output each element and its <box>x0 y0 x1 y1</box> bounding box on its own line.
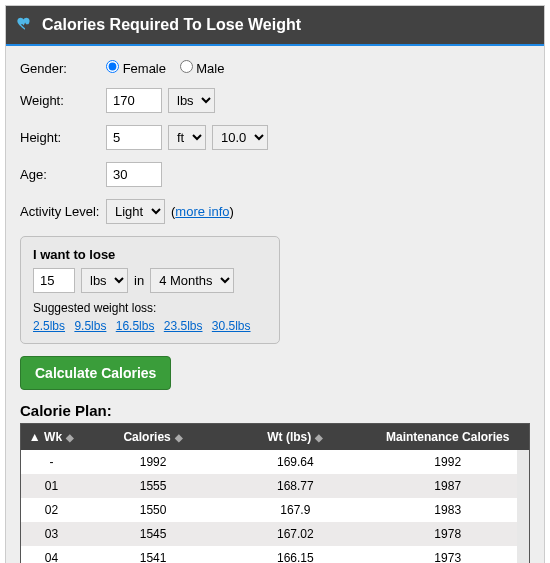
table-cell: 1992 <box>82 450 224 474</box>
activity-label: Activity Level: <box>20 204 100 219</box>
scroll-thumb[interactable] <box>517 462 529 522</box>
table-cell: 1545 <box>82 522 224 546</box>
scroll-up-arrow[interactable]: ▲ <box>517 450 529 462</box>
suggested-link[interactable]: 16.5lbs <box>116 319 155 333</box>
table-cell: - <box>21 450 82 474</box>
goal-box: I want to lose lbs in 4 Months Suggested… <box>20 236 280 344</box>
table-cell: 167.02 <box>224 522 366 546</box>
gender-male-radio[interactable] <box>180 60 193 73</box>
age-input[interactable] <box>106 162 162 187</box>
table-row: 021550167.91983 <box>21 498 529 522</box>
table-row: 011555168.771987 <box>21 474 529 498</box>
plan-table: ▲ Wk◆ Calories◆ Wt (lbs)◆ Maintenance Ca… <box>20 423 530 563</box>
gender-male-option[interactable]: Male <box>180 61 225 76</box>
row-weight: Weight: lbs <box>20 88 530 113</box>
col-maint[interactable]: Maintenance Calories <box>366 424 529 450</box>
table-header-row: ▲ Wk◆ Calories◆ Wt (lbs)◆ Maintenance Ca… <box>21 424 529 450</box>
row-height: Height: ft 10.0 <box>20 125 530 150</box>
suggested-links: 2.5lbs 9.5lbs 16.5lbs 23.5lbs 30.5lbs <box>33 319 267 333</box>
table-cell: 1978 <box>366 522 529 546</box>
goal-heading: I want to lose <box>33 247 267 262</box>
table-cell: 1550 <box>82 498 224 522</box>
title-text: Calories Required To Lose Weight <box>42 16 301 34</box>
table-cell: 02 <box>21 498 82 522</box>
age-label: Age: <box>20 167 100 182</box>
table-cell: 03 <box>21 522 82 546</box>
goal-unit-select[interactable]: lbs <box>81 268 128 293</box>
table-cell: 1973 <box>366 546 529 563</box>
table-cell: 01 <box>21 474 82 498</box>
title-bar: Calories Required To Lose Weight <box>6 6 544 44</box>
table-cell: 1987 <box>366 474 529 498</box>
row-age: Age: <box>20 162 530 187</box>
suggested-link[interactable]: 2.5lbs <box>33 319 65 333</box>
table-cell: 1992 <box>366 450 529 474</box>
gender-label: Gender: <box>20 61 100 76</box>
height-label: Height: <box>20 130 100 145</box>
table-cell: 1555 <box>82 474 224 498</box>
goal-in-word: in <box>134 273 144 288</box>
col-wt[interactable]: Wt (lbs)◆ <box>224 424 366 450</box>
table-row: 031545167.021978 <box>21 522 529 546</box>
table-row: 041541166.151973 <box>21 546 529 563</box>
gender-female-radio[interactable] <box>106 60 119 73</box>
suggested-link[interactable]: 9.5lbs <box>74 319 106 333</box>
table-cell: 167.9 <box>224 498 366 522</box>
table-cell: 04 <box>21 546 82 563</box>
suggested-label: Suggested weight loss: <box>33 301 267 315</box>
heart-pulse-icon <box>16 14 34 36</box>
row-activity: Activity Level: Light (more info) <box>20 199 530 224</box>
goal-controls: lbs in 4 Months <box>33 268 267 293</box>
weight-label: Weight: <box>20 93 100 108</box>
height-ft-unit-select[interactable]: ft <box>168 125 206 150</box>
more-info-link[interactable]: more info <box>175 204 229 219</box>
height-ft-input[interactable] <box>106 125 162 150</box>
gender-radio-group: Female Male <box>106 60 234 76</box>
table-cell: 168.77 <box>224 474 366 498</box>
height-in-select[interactable]: 10.0 <box>212 125 268 150</box>
col-wk[interactable]: ▲ Wk◆ <box>21 424 82 450</box>
table-cell: 1983 <box>366 498 529 522</box>
table-row: -1992169.641992 <box>21 450 529 474</box>
form-body: Gender: Female Male Weight: lbs Height: … <box>6 46 544 563</box>
col-calories[interactable]: Calories◆ <box>82 424 224 450</box>
table-scroll-area: -1992169.641992011555168.771987021550167… <box>21 450 529 563</box>
more-info-wrap: (more info) <box>171 204 234 219</box>
weight-unit-select[interactable]: lbs <box>168 88 215 113</box>
plan-title: Calorie Plan: <box>20 402 530 419</box>
goal-duration-select[interactable]: 4 Months <box>150 268 234 293</box>
suggested-link[interactable]: 23.5lbs <box>164 319 203 333</box>
panel: Calories Required To Lose Weight Gender:… <box>5 5 545 563</box>
row-gender: Gender: Female Male <box>20 60 530 76</box>
gender-female-option[interactable]: Female <box>106 61 166 76</box>
table-cell: 169.64 <box>224 450 366 474</box>
calculate-button[interactable]: Calculate Calories <box>20 356 171 390</box>
table-cell: 166.15 <box>224 546 366 563</box>
goal-amount-input[interactable] <box>33 268 75 293</box>
weight-input[interactable] <box>106 88 162 113</box>
activity-select[interactable]: Light <box>106 199 165 224</box>
suggested-link[interactable]: 30.5lbs <box>212 319 251 333</box>
table-cell: 1541 <box>82 546 224 563</box>
